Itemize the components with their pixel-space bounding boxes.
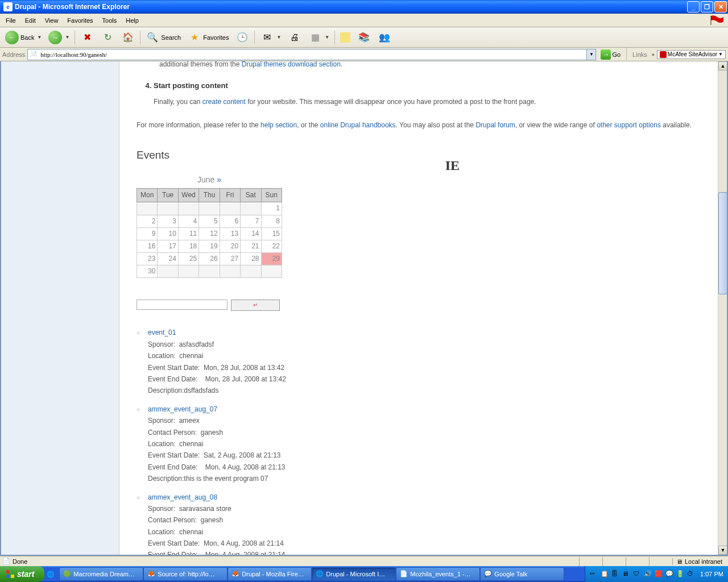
calendar-cell[interactable]: 24 bbox=[158, 253, 178, 265]
tray-icon[interactable]: 🔋 bbox=[676, 570, 684, 578]
history-button[interactable]: 🕒 bbox=[233, 29, 252, 46]
research-button[interactable]: 📚 bbox=[354, 29, 374, 46]
link-handbooks[interactable]: online Drupal handbooks bbox=[320, 121, 396, 129]
link-forum[interactable]: Drupal forum bbox=[475, 121, 515, 129]
calendar-cell[interactable]: 8 bbox=[261, 215, 282, 227]
tray-icon[interactable]: 🖥 bbox=[622, 570, 630, 578]
note-button[interactable] bbox=[337, 31, 353, 44]
calendar-cell[interactable]: 29 bbox=[261, 253, 282, 265]
security-zone[interactable]: 🖥 Local intranet bbox=[672, 558, 726, 565]
tray-icon[interactable]: 📋 bbox=[601, 570, 609, 578]
taskbar-item[interactable]: 🦊Source of: http://lo… bbox=[143, 567, 228, 581]
ie-flag-icon bbox=[710, 15, 725, 26]
calendar-cell[interactable]: 6 bbox=[220, 215, 240, 227]
calendar-cell[interactable]: 9 bbox=[137, 227, 158, 240]
close-button[interactable]: ✕ bbox=[714, 1, 727, 13]
calendar-cell[interactable]: 21 bbox=[241, 240, 261, 252]
taskbar-item[interactable]: 📄Mozhila_events_1 -… bbox=[396, 567, 480, 581]
mcafee-siteadvisor[interactable]: McAfee SiteAdvisor ▼ bbox=[657, 50, 726, 59]
calendar-cell[interactable]: 18 bbox=[178, 240, 198, 252]
calendar-cell[interactable]: 2 bbox=[137, 215, 158, 227]
link-support[interactable]: other support options bbox=[597, 121, 661, 129]
calendar-cell[interactable]: 19 bbox=[199, 240, 220, 252]
menu-view[interactable]: View bbox=[40, 15, 63, 26]
scroll-down-button[interactable]: ▼ bbox=[718, 546, 727, 555]
calendar-cell[interactable]: 23 bbox=[137, 253, 158, 265]
favorites-button[interactable]: ★Favorites bbox=[185, 29, 231, 46]
menu-file[interactable]: File bbox=[1, 15, 20, 26]
event-title[interactable]: event_01 bbox=[148, 329, 176, 336]
menu-help[interactable]: Help bbox=[121, 15, 143, 26]
minimize-button[interactable]: _ bbox=[687, 1, 700, 13]
event-search-input[interactable] bbox=[136, 300, 228, 310]
calendar-cell[interactable]: 4 bbox=[178, 215, 198, 227]
calendar-cell[interactable]: 15 bbox=[261, 227, 282, 240]
maximize-button[interactable]: ❐ bbox=[701, 1, 713, 13]
calendar-cell[interactable]: 1 bbox=[261, 202, 282, 215]
taskbar-item[interactable]: 🦊Drupal - Mozilla Fire… bbox=[228, 567, 312, 581]
calendar-next[interactable]: » bbox=[217, 175, 221, 184]
tray-icon[interactable]: 🗄 bbox=[611, 570, 619, 578]
calendar-cell[interactable]: 3 bbox=[158, 215, 178, 227]
calendar-cell[interactable]: 14 bbox=[241, 227, 261, 240]
tray-icon[interactable]: ✏ bbox=[590, 570, 598, 578]
calendar-cell[interactable]: 7 bbox=[241, 215, 261, 227]
calendar-cell[interactable]: 25 bbox=[178, 253, 198, 265]
calendar-cell[interactable]: 17 bbox=[158, 240, 178, 252]
stop-button[interactable]: ✖ bbox=[77, 29, 97, 46]
calendar-cell[interactable]: 16 bbox=[137, 240, 158, 252]
home-icon: 🏠 bbox=[121, 31, 135, 44]
links-label[interactable]: Links bbox=[630, 51, 650, 58]
link-create-content[interactable]: create content bbox=[202, 98, 246, 106]
ql-ie-icon[interactable]: 🌐 bbox=[47, 569, 55, 579]
tray-icon[interactable]: 💬 bbox=[665, 570, 673, 578]
mail-button[interactable]: ✉▼ bbox=[257, 29, 284, 46]
event-list: event_01Sponsor: asfasdfadsfLocation: ch… bbox=[136, 327, 701, 556]
go-button[interactable]: → Go bbox=[598, 48, 623, 61]
menu-favorites[interactable]: Favorites bbox=[63, 15, 97, 26]
edit-button[interactable]: ▦▼ bbox=[305, 29, 332, 46]
vertical-scrollbar[interactable]: ▲ ▼ bbox=[718, 61, 727, 555]
tray-icon[interactable]: 🛡 bbox=[633, 570, 641, 578]
tray-icon[interactable]: 🟥 bbox=[655, 570, 663, 578]
search-button[interactable]: 🔍Search bbox=[143, 29, 184, 46]
calendar-cell[interactable]: 22 bbox=[261, 240, 282, 252]
calendar-cell[interactable]: 28 bbox=[241, 253, 261, 265]
calendar-cell[interactable]: 11 bbox=[178, 227, 198, 240]
calendar-cell[interactable]: 26 bbox=[199, 253, 220, 265]
scroll-up-button[interactable]: ▲ bbox=[718, 61, 727, 70]
event-title[interactable]: ammex_event_aug_08 bbox=[148, 493, 217, 501]
scroll-thumb[interactable] bbox=[718, 192, 727, 294]
menu-edit[interactable]: Edit bbox=[20, 15, 40, 26]
start-button[interactable]: start bbox=[0, 566, 44, 582]
taskbar-item[interactable]: 🌐Drupal - Microsoft I… bbox=[312, 567, 396, 581]
calendar-title: June » bbox=[136, 171, 282, 188]
calendar-cell[interactable]: 13 bbox=[220, 227, 240, 240]
calendar-cell[interactable]: 5 bbox=[199, 215, 220, 227]
forward-button[interactable]: → ▼ bbox=[46, 29, 72, 46]
calendar-cell[interactable]: 12 bbox=[199, 227, 220, 240]
link-help[interactable]: help section bbox=[260, 121, 297, 129]
address-dropdown[interactable]: ▼ bbox=[586, 49, 595, 60]
event-search-button[interactable]: ↵ bbox=[231, 300, 280, 311]
back-button[interactable]: ← Back ▼ bbox=[2, 29, 44, 46]
menu-tools[interactable]: Tools bbox=[98, 15, 122, 26]
tray-icon[interactable]: 🔊 bbox=[644, 570, 652, 578]
calendar-cell[interactable]: 10 bbox=[158, 227, 178, 240]
tray-clock[interactable]: 1:07 PM bbox=[700, 571, 723, 577]
calendar-cell[interactable]: 27 bbox=[220, 253, 240, 265]
page-icon: 📄 bbox=[29, 50, 38, 59]
calendar-cell[interactable]: 30 bbox=[137, 265, 158, 278]
taskbar-item[interactable]: 💬Google Talk bbox=[480, 567, 564, 581]
address-input[interactable] bbox=[39, 51, 586, 58]
tray-icon[interactable]: ⏱ bbox=[687, 570, 695, 578]
link-themes[interactable]: Drupal themes download section bbox=[242, 61, 341, 68]
calendar-cell[interactable]: 20 bbox=[220, 240, 240, 252]
messenger-button[interactable]: 👥 bbox=[375, 29, 394, 46]
home-button[interactable]: 🏠 bbox=[118, 29, 138, 46]
print-button[interactable]: 🖨 bbox=[285, 29, 304, 46]
event-title[interactable]: ammex_event_aug_07 bbox=[148, 405, 217, 413]
refresh-button[interactable]: ↻ bbox=[98, 29, 117, 46]
event-item: ammex_event_aug_08Sponsor: saravasana st… bbox=[136, 492, 701, 556]
taskbar-item[interactable]: 🟢Macromedia Dream… bbox=[59, 567, 143, 581]
